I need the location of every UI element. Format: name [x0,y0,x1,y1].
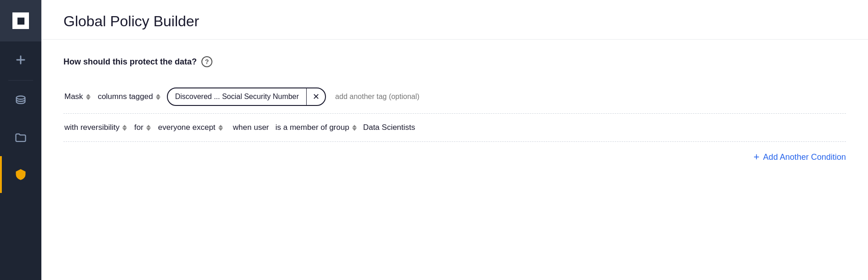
action-dropdown[interactable]: Mask [63,90,91,103]
help-icon[interactable]: ? [201,56,212,67]
plus-icon [14,53,27,66]
for-dropdown[interactable]: for [133,121,152,134]
reversibility-label: with reversibility [64,123,120,132]
audience-label: everyone except [158,123,216,132]
add-condition-button[interactable]: + Add Another Condition [754,151,846,163]
logo-icon: ◼ [12,12,29,29]
optional-tag-input[interactable] [331,91,433,103]
rule-row-1: Mask columns tagged Discovered ... Socia… [63,80,846,114]
group-value: Data Scientists [363,123,415,132]
page-title: Global Policy Builder [63,13,846,30]
action-label: Mask [64,92,83,101]
sidebar-item-folder[interactable] [0,119,41,156]
columns-label: columns tagged [98,92,153,101]
svg-point-0 [17,96,25,99]
tag-pill-text: Discovered ... Social Security Number [168,93,306,101]
section-question: How should this protect the data? ? [63,56,846,67]
group-condition-spinner[interactable] [352,125,357,131]
add-condition-label: Add Another Condition [763,152,846,162]
reversibility-dropdown[interactable]: with reversibility [63,121,128,134]
main-content: Global Policy Builder How should this pr… [41,0,868,280]
tag-remove-button[interactable]: ✕ [307,88,325,106]
add-condition-plus-icon: + [754,151,760,163]
group-condition-dropdown[interactable]: is a member of group [274,121,358,134]
group-condition-label: is a member of group [275,123,349,132]
for-spinner[interactable] [146,125,151,131]
columns-dropdown[interactable]: columns tagged [97,90,161,103]
audience-spinner[interactable] [218,125,223,131]
sidebar: ◼ [0,0,41,280]
sidebar-divider-1 [8,80,33,81]
action-spinner[interactable] [86,94,91,100]
content-area: How should this protect the data? ? Mask… [41,40,868,280]
sidebar-item-database[interactable] [0,82,41,119]
sidebar-item-add[interactable] [0,41,41,78]
shield-icon [14,168,27,181]
when-label: when user [233,123,269,132]
audience-dropdown[interactable]: everyone except [157,121,224,134]
reversibility-spinner[interactable] [122,125,127,131]
folder-icon [14,131,27,144]
add-condition-row: + Add Another Condition [63,142,846,163]
columns-spinner[interactable] [156,94,160,100]
tag-pill: Discovered ... Social Security Number ✕ [167,88,326,106]
rule-row-2: with reversibility for everyone except [63,114,846,142]
database-icon [14,94,27,107]
sidebar-logo: ◼ [0,0,41,41]
header: Global Policy Builder [41,0,868,40]
section-question-text: How should this protect the data? [63,57,197,67]
sidebar-item-shield[interactable] [0,156,41,193]
for-label: for [134,123,143,132]
